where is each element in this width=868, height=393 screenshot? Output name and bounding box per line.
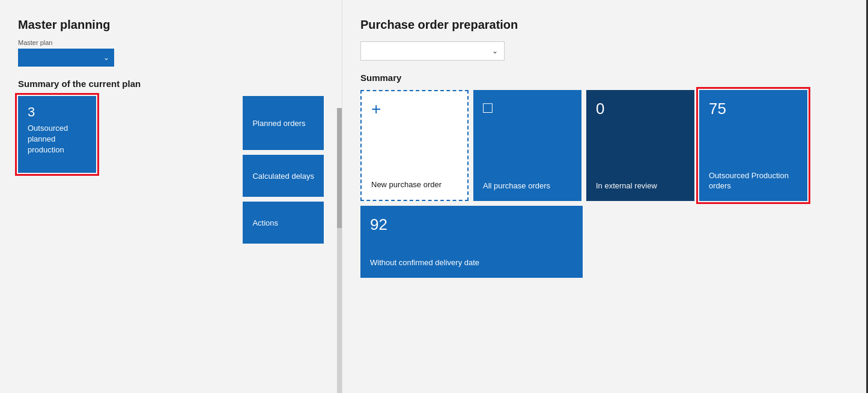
left-panel-title: Master planning	[18, 18, 324, 32]
outsourced-production-number: 75	[709, 100, 798, 118]
summary-section-label: Summary	[360, 73, 850, 83]
actions-label: Actions	[252, 218, 278, 227]
planned-orders-tile[interactable]: Planned orders	[243, 96, 324, 150]
document-icon: □	[483, 100, 572, 115]
delivery-date-label: Without confirmed delivery date	[370, 258, 573, 268]
summary-grid-left: Planned orders Calculated delays Actions…	[18, 96, 324, 244]
plus-icon: +	[371, 101, 458, 118]
in-external-review-tile[interactable]: 0 In external review	[586, 90, 694, 201]
all-purchase-orders-label: All purchase orders	[483, 181, 572, 191]
master-plan-dropdown[interactable]: ⌄	[18, 49, 114, 67]
new-purchase-order-label: New purchase order	[371, 180, 458, 190]
right-panel: Purchase order preparation ⌄ Summary + N…	[342, 0, 868, 393]
calculated-delays-tile[interactable]: Calculated delays	[243, 155, 324, 197]
new-purchase-order-tile[interactable]: + New purchase order	[360, 90, 469, 201]
in-external-review-label: In external review	[596, 181, 685, 191]
scroll-thumb	[337, 108, 342, 228]
right-dropdown[interactable]: ⌄	[360, 41, 505, 61]
without-confirmed-delivery-tile[interactable]: 92 Without confirmed delivery date	[360, 206, 583, 278]
actions-tile[interactable]: Actions	[243, 202, 324, 244]
right-dropdown-arrow-icon: ⌄	[492, 47, 498, 55]
outsourced-production-orders-tile[interactable]: 75 Outsourced Production orders	[699, 90, 807, 201]
planned-orders-label: Planned orders	[252, 119, 305, 128]
all-purchase-orders-tile[interactable]: □ All purchase orders	[473, 90, 581, 201]
dropdown-arrow-icon: ⌄	[103, 53, 109, 62]
left-panel: Master planning Master plan ⌄ Summary of…	[0, 0, 342, 393]
summary-subtitle: Summary of the current plan	[18, 79, 324, 89]
outsourced-production-label: Outsourced Production orders	[709, 171, 798, 191]
outsourced-planned-number: 3	[28, 104, 86, 120]
master-plan-field: Master plan ⌄	[18, 39, 324, 67]
outsourced-planned-label: Outsourced planned production	[28, 124, 68, 154]
bottom-tiles-row: 92 Without confirmed delivery date	[360, 206, 850, 278]
right-panel-title: Purchase order preparation	[360, 18, 850, 32]
left-tiles-column: Planned orders Calculated delays Actions	[243, 96, 324, 244]
master-plan-label: Master plan	[18, 39, 324, 46]
delivery-date-number: 92	[370, 215, 573, 234]
in-external-review-number: 0	[596, 100, 685, 118]
outsourced-planned-tile[interactable]: 3 Outsourced planned production	[18, 96, 96, 173]
scroll-indicator[interactable]	[337, 108, 342, 393]
summary-tiles-row: + New purchase order □ All purchase orde…	[360, 90, 850, 201]
calculated-delays-label: Calculated delays	[252, 172, 314, 181]
